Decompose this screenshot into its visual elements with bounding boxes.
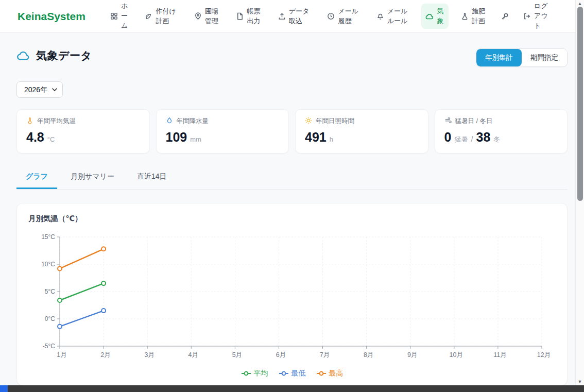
- legend-marker-icon: [279, 371, 289, 376]
- map-pin-icon: [194, 12, 202, 20]
- page-title: 気象データ: [36, 48, 92, 63]
- svg-text:4月: 4月: [188, 351, 198, 359]
- monthly-temp-chart-card: 月別気温（℃） 15°C10°C5°C0°C-5°C1月2月3月4月5月6月7月…: [16, 203, 568, 386]
- nav-item-label: 施肥計画: [472, 7, 487, 26]
- stat-value: 4.8: [26, 130, 44, 145]
- period-select-button[interactable]: 期間指定: [522, 49, 567, 66]
- nav-item-planting-plan[interactable]: 作付け計画: [141, 4, 182, 29]
- stat-separator: /: [471, 134, 473, 143]
- scrollbar-up-arrow[interactable]: ▲: [576, 0, 584, 7]
- chart-title: 月別気温（℃）: [28, 214, 556, 224]
- legend-marker-icon: [241, 371, 251, 376]
- legend-item-平均[interactable]: 平均: [241, 369, 268, 378]
- svg-text:3月: 3月: [144, 351, 154, 359]
- cloud-title-icon: [16, 49, 30, 62]
- stat-card-sunshine: 年間日照時間 491 h: [295, 109, 428, 154]
- nav-item-label: ログアウト: [534, 2, 549, 31]
- svg-text:6月: 6月: [276, 351, 286, 359]
- document-icon: [236, 12, 244, 20]
- aggregation-toggle: 年別集計 期間指定: [476, 48, 568, 67]
- nav-item-report-output[interactable]: 帳票出力: [232, 4, 266, 29]
- nav-item-label: データ取込: [289, 7, 311, 26]
- svg-text:12月: 12月: [537, 351, 551, 359]
- stat-value-cold: 38: [476, 130, 491, 145]
- logout-icon: [523, 12, 531, 20]
- nav-items: ホーム 作付け計画 圃場管理 帳票出力 データ取込 メール履歴 メールルール: [106, 0, 553, 34]
- scrollbar-down-arrow[interactable]: ▼: [576, 378, 584, 385]
- upload-icon: [278, 12, 286, 20]
- svg-text:8月: 8月: [364, 351, 373, 359]
- app-logo[interactable]: KeinaSystem: [18, 10, 85, 23]
- stat-unit-hot: 猛暑: [454, 135, 468, 144]
- taskbar-accent: [0, 385, 8, 392]
- svg-text:5°C: 5°C: [45, 288, 55, 295]
- stat-unit: mm: [190, 135, 201, 143]
- grid-icon: [110, 12, 118, 20]
- nav-item-fertilizer-plan[interactable]: 施肥計画: [457, 4, 491, 29]
- stat-card-precipitation: 年間降水量 109 mm: [156, 109, 289, 154]
- svg-text:10月: 10月: [450, 351, 463, 359]
- nav-item-key[interactable]: [499, 9, 511, 24]
- stat-unit: h: [330, 135, 333, 143]
- flask-icon: [461, 12, 469, 20]
- nav-item-label: 気象: [437, 7, 444, 26]
- vertical-scrollbar[interactable]: ▲ ▼: [575, 0, 584, 385]
- nav-item-label: メール履歴: [338, 7, 360, 26]
- history-icon: [327, 12, 335, 20]
- stat-unit-cold: 冬: [493, 135, 500, 144]
- nav-item-label: 作付け計画: [156, 7, 178, 26]
- stat-value-hot: 0: [444, 130, 452, 145]
- tab-monthly-summary[interactable]: 月別サマリー: [61, 167, 124, 189]
- cloud-icon: [425, 12, 434, 21]
- nav-item-home[interactable]: ホーム: [106, 0, 133, 34]
- stat-label: 年間日照時間: [316, 117, 354, 126]
- scrollbar-thumb[interactable]: [577, 7, 583, 201]
- nav-item-mail-history[interactable]: メール履歴: [323, 4, 364, 29]
- legend-label: 最高: [329, 369, 343, 378]
- nav-item-logout[interactable]: ログアウト: [519, 0, 553, 34]
- taskbar-strip: [0, 385, 584, 392]
- legend-marker-icon: [316, 371, 327, 376]
- droplet-icon: [166, 117, 173, 126]
- tab-graph[interactable]: グラフ: [16, 167, 57, 189]
- stat-value: 491: [305, 130, 327, 145]
- sun-icon: [305, 117, 312, 126]
- stat-unit: °C: [47, 135, 55, 143]
- legend-label: 平均: [254, 369, 268, 378]
- bell-icon: [376, 12, 384, 20]
- view-tabs: グラフ 月別サマリー 直近14日: [16, 167, 568, 190]
- nav-item-label: メールルール: [387, 7, 409, 26]
- monthly-temperature-line-chart: 15°C10°C5°C0°C-5°C1月2月3月4月5月6月7月8月9月10月1…: [28, 231, 556, 366]
- nav-item-field-management[interactable]: 圃場管理: [190, 4, 224, 29]
- tab-last-14-days[interactable]: 直近14日: [128, 167, 176, 189]
- nav-item-label: ホーム: [121, 2, 129, 31]
- year-select[interactable]: 2026年: [16, 81, 63, 98]
- yearly-summary-button[interactable]: 年別集計: [476, 49, 522, 66]
- stat-cards: 年間平均気温 4.8 °C 年間降水量 109 mm 年間日照時間 49: [16, 109, 568, 154]
- svg-text:-5°C: -5°C: [43, 343, 55, 350]
- stat-card-avg-temp: 年間平均気温 4.8 °C: [16, 109, 150, 154]
- legend-item-最低[interactable]: 最低: [279, 369, 306, 378]
- svg-text:9月: 9月: [407, 351, 417, 359]
- chart-legend: 平均最低最高: [28, 369, 556, 378]
- legend-item-最高[interactable]: 最高: [316, 369, 343, 378]
- svg-text:11月: 11月: [493, 351, 506, 359]
- seedling-icon: [145, 12, 152, 20]
- nav-item-mail-rules[interactable]: メールルール: [372, 4, 414, 29]
- wind-icon: [444, 117, 452, 126]
- key-icon: [501, 12, 509, 21]
- stat-label: 猛暑日 / 冬日: [455, 117, 493, 126]
- svg-text:0°C: 0°C: [45, 315, 55, 322]
- stat-card-extreme-days: 猛暑日 / 冬日 0 猛暑 / 38 冬: [435, 109, 568, 154]
- nav-item-label: 帳票出力: [247, 7, 262, 26]
- svg-text:10°C: 10°C: [41, 261, 55, 268]
- nav-item-data-import[interactable]: データ取込: [274, 4, 315, 29]
- nav-item-label: 圃場管理: [205, 7, 220, 26]
- nav-item-weather[interactable]: 気象: [421, 4, 449, 29]
- legend-label: 最低: [291, 369, 306, 378]
- stat-value: 109: [166, 130, 187, 145]
- weather-page: 気象データ 年別集計 期間指定 2026年 年間平均気温 4.8 °C 年間降水…: [0, 48, 584, 386]
- svg-text:1月: 1月: [57, 351, 66, 359]
- main-nav: KeinaSystem ホーム 作付け計画 圃場管理 帳票出力 データ取込 メー…: [0, 0, 584, 33]
- svg-text:15°C: 15°C: [41, 233, 55, 241]
